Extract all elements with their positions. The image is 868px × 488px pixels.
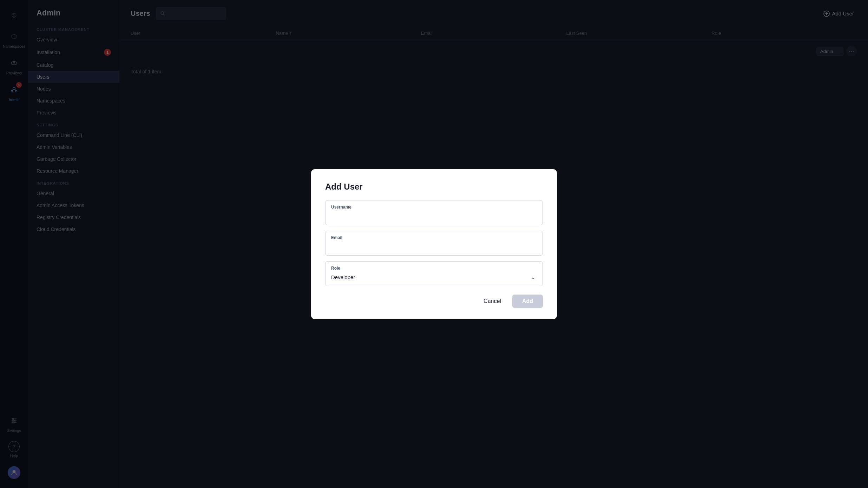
email-field-group: Email	[325, 231, 543, 256]
modal-overlay[interactable]: Add User Username Email Role Developer A…	[0, 0, 868, 488]
role-label: Role	[331, 266, 537, 271]
modal-title: Add User	[325, 182, 543, 192]
role-select-wrap: Developer Admin Viewer ⌄	[331, 273, 537, 282]
modal-actions: Cancel Add	[325, 295, 543, 308]
username-label: Username	[331, 205, 537, 210]
email-label: Email	[331, 235, 537, 240]
username-input[interactable]	[331, 212, 537, 220]
username-field-group: Username	[325, 200, 543, 225]
email-input[interactable]	[331, 242, 537, 251]
add-user-modal: Add User Username Email Role Developer A…	[311, 169, 557, 319]
add-button[interactable]: Add	[512, 295, 543, 308]
role-field-group: Role Developer Admin Viewer ⌄	[325, 261, 543, 286]
cancel-button[interactable]: Cancel	[478, 295, 507, 308]
role-select-modal[interactable]: Developer Admin Viewer	[331, 273, 537, 282]
